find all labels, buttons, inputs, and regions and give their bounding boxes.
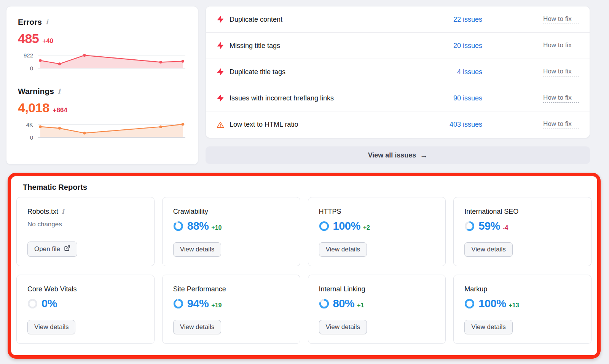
score-delta: +13 [509, 302, 519, 309]
warnings-sparkline-row: 4K 0 [18, 122, 187, 140]
card-title: Site Performance [173, 285, 226, 293]
view-details-button[interactable]: View details [173, 242, 221, 257]
info-icon[interactable]: i [58, 88, 60, 95]
warning-triangle-icon [217, 121, 224, 129]
score-percent: 88% [187, 220, 209, 232]
view-details-button[interactable]: View details [319, 320, 367, 334]
error-bolt-icon [217, 68, 224, 76]
view-details-button[interactable]: View details [319, 242, 367, 257]
score-delta: +19 [211, 302, 222, 309]
site-audit-dashboard: { "colors": { "page_bg": "#f0f1f5", "err… [0, 0, 609, 364]
issue-count-link[interactable]: 4 issues [425, 68, 482, 76]
thematic-reports-title: Thematic Reports [23, 183, 597, 192]
issue-count-link[interactable]: 403 issues [425, 121, 482, 129]
score-percent: 100% [478, 297, 506, 310]
warnings-value-row: 4,018 +864 [18, 100, 187, 115]
warnings-title-row: Warnings i [18, 86, 187, 96]
how-to-fix-link[interactable]: How to fix [543, 41, 579, 50]
report-card-site-performance: Site Performance 94% +19 View details [162, 275, 300, 344]
score-ring [464, 299, 475, 309]
view-details-label: View details [34, 323, 69, 331]
arrow-right-icon: → [420, 151, 427, 159]
issue-label: Duplicate title tags [230, 68, 425, 76]
errors-sparkline-chart [38, 53, 185, 70]
warnings-delta: +864 [53, 106, 67, 114]
y-axis-min-label: 0 [30, 134, 33, 141]
open-file-label: Open file [34, 245, 60, 253]
score-percent: 59% [478, 220, 500, 232]
errors-y-axis: 922 0 [18, 53, 33, 70]
how-to-fix-link[interactable]: How to fix [543, 15, 579, 24]
report-card-robots-txt: Robots.txt i No changes Open file [16, 197, 155, 266]
score-ring [319, 221, 329, 231]
issue-row[interactable]: Missing title tags 20 issues How to fix [206, 33, 590, 59]
score-ring [173, 299, 183, 309]
how-to-fix-link[interactable]: How to fix [543, 68, 579, 76]
score-ring [27, 299, 38, 309]
view-details-label: View details [326, 323, 360, 331]
card-title: International SEO [464, 208, 518, 216]
error-bolt-icon [217, 94, 224, 102]
how-to-fix-link[interactable]: How to fix [543, 94, 579, 103]
warnings-section: Warnings i 4,018 +864 4K 0 [18, 86, 187, 140]
report-card-markup: Markup 100% +13 View details [453, 275, 591, 344]
view-all-issues-button[interactable]: View all issues → [206, 146, 590, 164]
errors-value-row: 485 +40 [18, 31, 187, 46]
card-title: Crawlability [173, 208, 208, 216]
card-title: Internal Linking [319, 285, 365, 293]
issue-row[interactable]: Low text to HTML ratio 403 issues How to… [206, 111, 590, 138]
score-delta: +1 [357, 302, 364, 309]
score-delta: -4 [503, 224, 508, 231]
issue-label: Duplicate content [230, 16, 425, 24]
external-link-icon [64, 245, 70, 253]
issue-count-link[interactable]: 22 issues [425, 16, 482, 24]
score-delta: +2 [363, 224, 370, 231]
warnings-y-axis: 4K 0 [18, 122, 33, 140]
issue-label: Low text to HTML ratio [230, 121, 425, 129]
top-issues-panel: Duplicate content 22 issues How to fix M… [206, 6, 590, 138]
score-percent: 94% [187, 297, 209, 310]
status-text: No changes [27, 221, 143, 228]
open-file-button[interactable]: Open file [27, 242, 77, 257]
error-bolt-icon [217, 16, 224, 23]
view-details-button[interactable]: View details [173, 320, 221, 334]
errors-sparkline-row: 922 0 [18, 53, 187, 70]
issue-row[interactable]: Issues with incorrect hreflang links 90 … [206, 85, 590, 111]
card-title: Core Web Vitals [27, 285, 77, 293]
errors-section: Errors i 485 +40 922 0 [18, 17, 187, 70]
issue-row[interactable]: Duplicate content 22 issues How to fix [206, 6, 590, 33]
report-card-internal-linking: Internal Linking 80% +1 View details [308, 275, 446, 344]
score-percent: 0% [41, 297, 57, 310]
y-axis-min-label: 0 [30, 65, 33, 72]
view-details-label: View details [180, 246, 214, 253]
how-to-fix-link[interactable]: How to fix [543, 120, 579, 129]
thematic-reports-panel: Thematic Reports Robots.txt i No changes… [8, 173, 601, 359]
view-details-button[interactable]: View details [27, 320, 75, 334]
view-details-label: View details [471, 323, 505, 331]
score-ring [464, 221, 475, 231]
summary-card: Errors i 485 +40 922 0 Warnings i 4,018 … [6, 6, 198, 165]
info-icon[interactable]: i [46, 19, 48, 25]
card-title: Robots.txt [27, 208, 58, 216]
error-bolt-icon [217, 42, 224, 49]
thematic-reports-grid: Robots.txt i No changes Open file Crawla… [16, 197, 591, 344]
report-card-international-seo: International SEO 59% -4 View details [453, 197, 591, 266]
y-axis-max-label: 4K [26, 121, 33, 128]
report-card-https: HTTPS 100% +2 View details [308, 197, 446, 266]
issue-count-link[interactable]: 90 issues [425, 94, 482, 102]
errors-title-row: Errors i [18, 17, 187, 27]
view-all-label: View all issues [368, 151, 416, 159]
view-details-label: View details [180, 323, 214, 331]
view-details-button[interactable]: View details [464, 320, 512, 334]
info-icon[interactable]: i [62, 208, 64, 215]
card-title: HTTPS [319, 208, 341, 216]
y-axis-max-label: 922 [24, 52, 33, 59]
issue-label: Missing title tags [230, 42, 425, 50]
view-details-button[interactable]: View details [464, 242, 512, 257]
errors-title: Errors [18, 17, 42, 27]
view-details-label: View details [471, 246, 505, 253]
issue-count-link[interactable]: 20 issues [425, 42, 482, 50]
issue-row[interactable]: Duplicate title tags 4 issues How to fix [206, 59, 590, 85]
issue-label: Issues with incorrect hreflang links [230, 94, 425, 102]
score-ring [173, 221, 183, 231]
